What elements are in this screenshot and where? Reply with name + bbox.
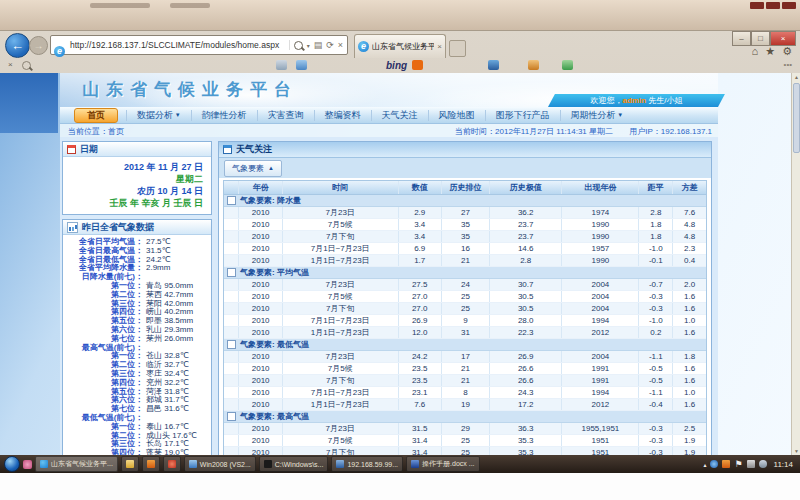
page-scrollbar[interactable]: ▲ ▼ [791, 73, 800, 456]
group-checkbox[interactable] [227, 196, 236, 205]
action-center-flag-icon[interactable]: ⚑ [734, 460, 742, 469]
close-commandbar-icon[interactable]: × [8, 60, 13, 69]
flame-app-icon[interactable] [722, 460, 730, 468]
hidden-icons-arrow[interactable]: ▴ [703, 461, 706, 468]
pet-plugin-icon[interactable] [528, 60, 539, 72]
camera-plugin-icon[interactable] [488, 60, 499, 72]
table-row[interactable]: 20107月23日27.52430.72004-0.72.0 [224, 279, 706, 291]
group-checkbox[interactable] [227, 412, 236, 421]
nav-item-天气关注[interactable]: 天气关注 [371, 110, 428, 121]
table-row[interactable]: 20101月1日~7月23日1.7212.81990-0.10.4 [224, 255, 706, 267]
table-row[interactable]: 20101月1日~7月23日7.61917.22012-0.41.6 [224, 399, 706, 411]
url-text[interactable]: http://192.168.137.1/SLCCLIMATE/modules/… [65, 40, 289, 50]
scrollbar-thumb[interactable] [793, 83, 800, 153]
table-row[interactable]: 20107月下旬27.02530.52004-0.31.6 [224, 303, 706, 315]
taskbar-app-orange[interactable] [142, 456, 160, 472]
taskbar-clock[interactable]: 11:14 [774, 460, 793, 469]
compatibility-view-icon[interactable] [22, 61, 31, 72]
table-cell: 7月下旬 [282, 303, 398, 314]
volume-icon[interactable] [759, 460, 767, 468]
stat-value: 2.9mm [143, 264, 170, 273]
window-controls: – □ × [732, 31, 796, 46]
minimize-button[interactable]: – [732, 31, 751, 46]
search-dropdown-icon[interactable]: ▾ [307, 42, 310, 49]
start-button[interactable] [4, 456, 20, 472]
page-icon[interactable]: ▤ [314, 40, 323, 50]
favorites-star-icon[interactable]: ★ [765, 45, 775, 58]
table-row[interactable]: 20107月5候3.43523.719901.84.8 [224, 219, 706, 231]
table-row[interactable]: 20107月5候23.52126.61991-0.51.6 [224, 363, 706, 375]
scroll-up-icon[interactable]: ▲ [792, 73, 800, 82]
gear-icon[interactable]: ⚙ [782, 45, 792, 58]
table-row[interactable]: 20107月23日24.21726.92004-1.11.8 [224, 351, 706, 363]
nav-item-首页[interactable]: 首页 [74, 108, 118, 123]
search-icon[interactable] [294, 41, 303, 50]
table-cell: 2010 [238, 303, 281, 314]
row-select-cell [224, 327, 238, 338]
table-cell: 2010 [238, 255, 281, 266]
group-header-row[interactable]: 气象要素: 平均气温 [224, 267, 706, 279]
table-cell: 29 [441, 423, 489, 434]
table-row[interactable]: 20107月1日~7月23日23.1824.31994-1.11.0 [224, 387, 706, 399]
nav-item-图形下行产品[interactable]: 图形下行产品 [485, 110, 560, 121]
taskbar-word-window[interactable]: 操作手册.docx ... [406, 456, 480, 472]
table-row[interactable]: 20107月下旬23.52126.61991-0.51.6 [224, 375, 706, 387]
table-row[interactable]: 20107月下旬3.43523.719901.84.8 [224, 231, 706, 243]
send-plugin-icon[interactable] [296, 60, 307, 72]
taskbar-app-red[interactable] [163, 456, 181, 472]
browser-tab[interactable]: e 山东省气候业务平... × [354, 34, 446, 58]
share-plugin-icon[interactable] [562, 60, 573, 72]
username: admin [622, 96, 646, 105]
nav-item-韵律性分析[interactable]: 韵律性分析 [191, 110, 257, 121]
nav-item-整编资料[interactable]: 整编资料 [314, 110, 371, 121]
element-filter-button[interactable]: 气象要素 ▲ [224, 160, 282, 177]
forward-button[interactable]: → [29, 36, 48, 55]
table-cell: 30.7 [489, 279, 561, 290]
nav-item-数据分析[interactable]: 数据分析 ▼ [126, 110, 191, 121]
taskbar-remote-window[interactable]: 192.168.59.99... [331, 456, 403, 472]
home-icon[interactable]: ⌂ [752, 45, 759, 58]
network-globe-icon[interactable] [710, 460, 718, 468]
table-row[interactable]: 20107月1日~7月23日6.91614.61957-1.02.3 [224, 243, 706, 255]
taskbar-cmd-window[interactable]: C:\Windows\s... [259, 456, 329, 472]
refresh-icon[interactable]: ⟳ [326, 40, 334, 50]
mail-plugin-icon[interactable] [276, 60, 287, 72]
row-select-cell [224, 423, 238, 434]
more-dots-icon[interactable]: ••• [784, 60, 792, 69]
table-cell: 25 [441, 303, 489, 314]
table-cell: 21 [441, 375, 489, 386]
tab-close-icon[interactable]: × [437, 42, 442, 51]
table-row[interactable]: 20101月1日~7月23日12.03122.320120.21.6 [224, 327, 706, 339]
nav-item-灾害查询[interactable]: 灾害查询 [257, 110, 314, 121]
table-row[interactable]: 20107月23日31.52936.31955,1951-0.32.5 [224, 423, 706, 435]
taskbar-vm-window[interactable]: Win2008 (VS2... [184, 456, 256, 472]
group-checkbox[interactable] [227, 340, 236, 349]
group-header-row[interactable]: 气象要素: 最高气温 [224, 411, 706, 423]
nav-item-周期性分析[interactable]: 周期性分析 ▼ [560, 110, 634, 121]
close-button[interactable]: × [770, 31, 796, 46]
maximize-button[interactable]: □ [751, 31, 770, 46]
table-row[interactable]: 20107月5候27.02530.52004-0.31.6 [224, 291, 706, 303]
taskbar-ie-window[interactable]: 山东省气候业务平... [35, 456, 118, 472]
table-cell: 2.3 [672, 243, 706, 254]
new-tab-button[interactable] [449, 40, 466, 57]
table-row[interactable]: 20107月5候31.42535.31951-0.31.9 [224, 435, 706, 447]
nav-item-风险地图[interactable]: 风险地图 [428, 110, 485, 121]
table-row[interactable]: 20107月1日~7月23日26.9928.01994-1.01.0 [224, 315, 706, 327]
baidu-plugin-icon[interactable] [412, 60, 423, 72]
bing-logo[interactable]: bing [386, 60, 407, 71]
table-cell: 1990 [561, 231, 638, 242]
stop-icon[interactable]: × [338, 40, 343, 50]
table-cell: 时间 [282, 181, 398, 194]
address-bar[interactable]: e http://192.168.137.1/SLCCLIMATE/module… [50, 35, 348, 55]
table-cell: 2010 [238, 219, 281, 230]
pinned-app-icon[interactable] [23, 460, 32, 469]
table-row[interactable]: 20107月23日2.92736.219742.87.6 [224, 207, 706, 219]
taskbar-explorer[interactable] [121, 456, 139, 472]
back-button[interactable]: ← [5, 33, 30, 58]
display-icon[interactable] [747, 460, 755, 468]
group-header-row[interactable]: 气象要素: 最低气温 [224, 339, 706, 351]
weekday: 星期二 [65, 173, 203, 185]
group-header-row[interactable]: 气象要素: 降水量 [224, 195, 706, 207]
group-checkbox[interactable] [227, 268, 236, 277]
